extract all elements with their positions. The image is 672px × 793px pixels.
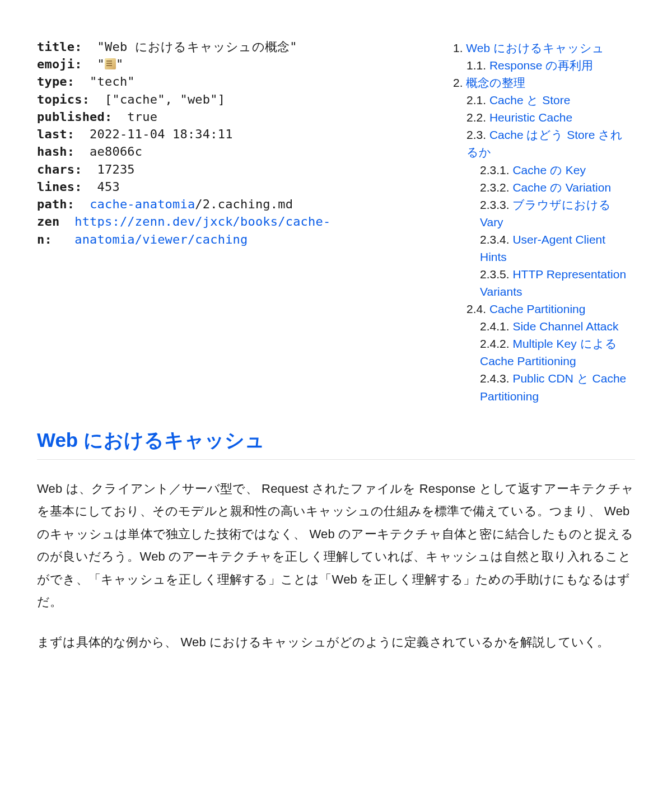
meta-zenn-sp1 [59, 214, 74, 228]
toc-item: 2.4.1. Side Channel Attack [453, 318, 635, 335]
meta-key-type: type: [37, 74, 74, 88]
meta-val-topics: ["cache", "web"] [90, 92, 225, 106]
toc-number: 2. [453, 76, 466, 89]
toc-link[interactable]: Side Channel Attack [512, 320, 618, 333]
toc-number: 2.3.3. [480, 198, 512, 211]
meta-path-rest: /2.caching.md [195, 197, 293, 211]
meta-zenn-1: zen https://zenn.dev/jxck/books/cache- [37, 213, 436, 230]
path-link[interactable]: cache-anatomia [90, 197, 195, 211]
table-of-contents: 1. Web におけるキャッシュ1.1. Response の再利用2. 概念の… [453, 38, 635, 405]
meta-last: last: 2022-11-04 18:34:11 [37, 125, 436, 143]
toc-item: 2.3.1. Cache の Key [453, 161, 635, 179]
meta-val-last: 2022-11-04 18:34:11 [74, 127, 232, 141]
meta-topics: topics: ["cache", "web"] [37, 91, 436, 108]
meta-published: published: true [37, 108, 436, 125]
toc-link[interactable]: 概念の整理 [466, 76, 525, 89]
meta-type: type: "tech" [37, 73, 436, 90]
body-text: Web は、クライアント／サーバ型で、 Request されたファイルを Res… [37, 478, 635, 654]
toc-item: 2.3.2. Cache の Variation [453, 179, 635, 196]
meta-zenn-sp2 [52, 232, 74, 246]
meta-emoji-post: " [116, 57, 123, 71]
toc-number: 1.1. [466, 59, 489, 72]
meta-val-lines: 453 [82, 180, 120, 194]
toc-link[interactable]: Cache と Store [489, 94, 571, 106]
toc-link[interactable]: Cache はどう Store されるか [466, 128, 623, 158]
toc-number: 2.4.1. [480, 320, 512, 333]
toc-item: 2. 概念の整理 [453, 74, 635, 91]
toc-link[interactable]: Cache の Key [512, 164, 586, 176]
meta-key-hash: hash: [37, 144, 74, 158]
meta-key-lines: lines: [37, 180, 82, 194]
meta-val-chars: 17235 [82, 162, 135, 176]
meta-lines: lines: 453 [37, 178, 436, 195]
paragraph-1: Web は、クライアント／サーバ型で、 Request されたファイルを Res… [37, 478, 635, 614]
meta-val-title: "Web におけるキャッシュの概念" [82, 40, 297, 54]
paragraph-2: まずは具体的な例から、 Web におけるキャッシュがどのように定義されているかを… [37, 631, 635, 654]
toc-item: 2.4.2. Multiple Key による Cache Partitioni… [453, 335, 635, 370]
meta-val-published: true [112, 110, 157, 124]
meta-key-emoji: emoji: [37, 57, 82, 71]
toc-link[interactable]: Heuristic Cache [489, 111, 572, 124]
meta-val-type: "tech" [74, 74, 135, 88]
meta-key-path: path: [37, 197, 74, 211]
toc-item: 1. Web におけるキャッシュ [453, 39, 635, 57]
toc-number: 2.3.5. [480, 268, 512, 281]
meta-emoji: emoji: "" [37, 55, 436, 73]
meta-key-published: published: [37, 110, 112, 124]
top-area: title: "Web におけるキャッシュの概念" emoji: "" type… [37, 38, 635, 405]
meta-path: path: cache-anatomia/2.caching.md [37, 195, 436, 213]
toc-item: 2.3. Cache はどう Store されるか [453, 126, 635, 161]
toc-item: 2.3.5. HTTP Representation Variants [453, 265, 635, 300]
toc-number: 1. [453, 41, 466, 54]
toc-number: 2.3.1. [480, 164, 512, 176]
toc-link[interactable]: Cache Partitioning [489, 302, 586, 315]
meta-chars: chars: 17235 [37, 161, 436, 178]
meta-key-last: last: [37, 127, 74, 141]
toc-item: 2.3.4. User-Agent Client Hints [453, 231, 635, 265]
toc-number: 2.3.4. [480, 233, 512, 246]
memo-icon [105, 58, 116, 69]
toc-number: 2.4.2. [480, 337, 512, 350]
meta-key-title: title: [37, 40, 82, 54]
toc-item: 2.3.3. ブラウザにおける Vary [453, 196, 635, 231]
toc-number: 2.2. [466, 111, 489, 124]
toc-link[interactable]: Cache の Variation [512, 181, 611, 194]
zenn-link-1[interactable]: https://zenn.dev/jxck/books/cache- [74, 214, 330, 228]
meta-hash: hash: ae8066c [37, 143, 436, 160]
meta-path-sp [74, 197, 90, 211]
toc-number: 2.4. [466, 302, 489, 315]
meta-title: title: "Web におけるキャッシュの概念" [37, 38, 436, 55]
meta-key-chars: chars: [37, 162, 82, 176]
heading-rule [37, 459, 635, 460]
meta-key-zenn-1: zen [37, 214, 59, 228]
toc-item: 1.1. Response の再利用 [453, 57, 635, 74]
toc-link[interactable]: Web におけるキャッシュ [466, 41, 604, 54]
meta-val-hash: ae8066c [74, 144, 142, 158]
frontmatter-block: title: "Web におけるキャッシュの概念" emoji: "" type… [37, 38, 436, 405]
meta-emoji-pre: " [82, 57, 105, 71]
toc-number: 2.4.3. [480, 372, 512, 385]
toc-item: 2.1. Cache と Store [453, 91, 635, 109]
toc-item: 2.4.3. Public CDN と Cache Partitioning [453, 370, 635, 404]
section-heading: Web におけるキャッシュ [37, 427, 635, 454]
toc-number: 2.1. [466, 94, 489, 106]
meta-key-zenn-2: n: [37, 232, 52, 246]
toc-number: 2.3. [466, 128, 489, 141]
toc-link[interactable]: Response の再利用 [489, 59, 593, 72]
meta-zenn-2: n: anatomia/viewer/caching [37, 231, 436, 248]
toc-number: 2.3.2. [480, 181, 512, 194]
meta-key-topics: topics: [37, 92, 90, 106]
zenn-link-2[interactable]: anatomia/viewer/caching [74, 232, 248, 246]
toc-item: 2.4. Cache Partitioning [453, 300, 635, 318]
toc-item: 2.2. Heuristic Cache [453, 109, 635, 126]
